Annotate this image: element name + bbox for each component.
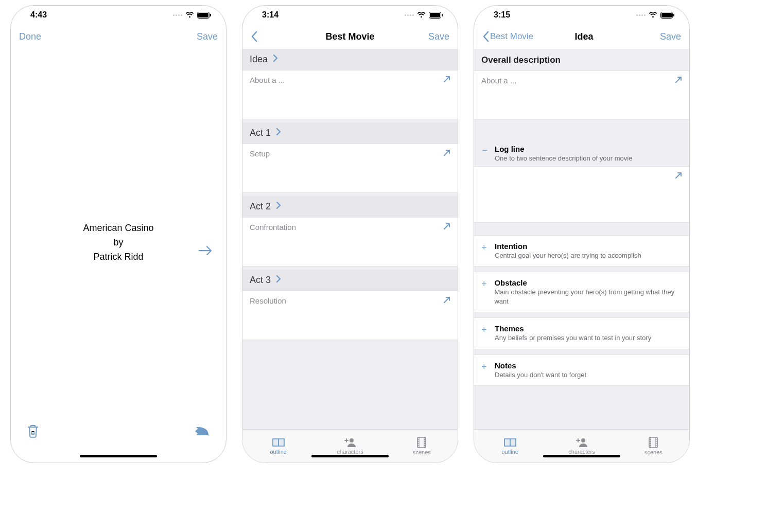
section-textarea-act3[interactable]: Resolution <box>242 291 458 340</box>
row-notes[interactable]: + Notes Details you don't want to forget <box>474 354 689 386</box>
tab-scenes[interactable]: scenes <box>618 430 689 463</box>
tab-scenes[interactable]: scenes <box>386 430 458 463</box>
home-indicator <box>80 455 157 457</box>
expand-plus-icon[interactable]: + <box>481 325 489 334</box>
section-textarea-idea[interactable]: About a ... <box>242 70 458 119</box>
section-label: Act 3 <box>250 275 271 286</box>
expand-icon[interactable] <box>442 75 451 86</box>
title-card[interactable]: American Casino by Patrick Ridd <box>11 221 226 264</box>
svg-rect-12 <box>673 14 674 16</box>
chevron-right-icon <box>273 54 278 65</box>
chevron-right-icon <box>276 128 281 138</box>
back-button[interactable] <box>251 31 258 42</box>
section-textarea-act1[interactable]: Setup <box>242 144 458 193</box>
idea-scroll[interactable]: Overall description About a ... − Log li… <box>474 49 689 429</box>
tab-label: scenes <box>413 449 431 455</box>
placeholder-text: Resolution <box>250 296 286 305</box>
outline-scroll[interactable]: Idea About a ... Act 1 Setup Act 2 <box>242 49 458 429</box>
wifi-icon <box>185 12 194 18</box>
overall-description-label: Overall description <box>474 49 689 70</box>
expand-icon[interactable] <box>442 148 451 159</box>
svg-rect-6 <box>442 14 443 16</box>
navbar: Best Movie Idea Save <box>474 24 689 49</box>
screen-outline: 3:14 Best Movie Save Idea About a ... <box>242 5 458 463</box>
row-desc: Details you don't want to forget <box>495 370 586 380</box>
logline-textarea[interactable] <box>474 166 689 223</box>
done-button[interactable]: Done <box>19 31 41 42</box>
outline-body: Idea About a ... Act 1 Setup Act 2 <box>242 49 458 463</box>
tab-outline[interactable]: outline <box>242 430 314 463</box>
svg-rect-11 <box>661 13 672 17</box>
status-time: 4:43 <box>30 10 47 20</box>
chevron-right-icon <box>276 275 281 286</box>
section-label: Act 1 <box>250 128 271 138</box>
trash-button[interactable] <box>26 423 40 441</box>
cellular-icon <box>636 14 646 16</box>
placeholder-text: About a ... <box>250 76 285 84</box>
screen-title-page: 4:43 Done Save American Casino by Patric… <box>10 5 226 463</box>
tab-label: characters <box>337 449 363 455</box>
section-header-act1[interactable]: Act 1 <box>242 122 458 144</box>
expand-plus-icon[interactable]: + <box>481 243 489 252</box>
tab-characters[interactable]: characters <box>314 430 386 463</box>
navbar: Best Movie Save <box>242 24 458 49</box>
row-desc: Central goal your hero(s) are trying to … <box>495 251 641 260</box>
status-indicators <box>636 12 675 19</box>
svg-rect-5 <box>430 13 440 17</box>
status-indicators <box>173 12 212 19</box>
logline-title: Log line <box>495 145 632 153</box>
save-button[interactable]: Save <box>197 31 218 42</box>
back-label: Best Movie <box>490 31 533 42</box>
row-themes[interactable]: + Themes Any beliefs or premises you wan… <box>474 317 689 349</box>
back-button[interactable]: Best Movie <box>482 31 533 42</box>
status-bar: 4:43 <box>11 6 226 24</box>
row-desc: Main obstacle preventing your hero(s) fr… <box>494 288 682 306</box>
nav-title: Best Movie <box>297 31 403 42</box>
chevron-right-icon <box>276 201 281 212</box>
placeholder-text: Confrontation <box>250 223 296 232</box>
section-header-idea[interactable]: Idea <box>242 49 458 70</box>
expand-icon[interactable] <box>442 222 451 233</box>
cellular-icon <box>173 14 182 16</box>
row-title: Themes <box>495 324 651 333</box>
navbar: Done Save <box>11 24 226 49</box>
section-header-act2[interactable]: Act 2 <box>242 196 458 217</box>
tab-outline[interactable]: outline <box>474 430 546 463</box>
row-intention[interactable]: + Intention Central goal your hero(s) ar… <box>474 235 689 267</box>
title-page-body: American Casino by Patrick Ridd <box>11 49 226 463</box>
save-button[interactable]: Save <box>428 31 449 42</box>
row-obstacle[interactable]: + Obstacle Main obstacle preventing your… <box>474 272 689 312</box>
overall-description-textarea[interactable]: About a ... <box>474 70 689 120</box>
battery-icon <box>197 12 212 19</box>
section-label: Act 2 <box>250 201 271 212</box>
idea-body: Overall description About a ... − Log li… <box>474 49 689 463</box>
logline-header[interactable]: − Log line One to two sentence descripti… <box>474 138 689 165</box>
tab-label: outline <box>501 449 518 455</box>
row-title: Obstacle <box>494 278 682 287</box>
svg-rect-2 <box>210 14 211 16</box>
tab-bar: outline characters scenes <box>242 429 458 463</box>
save-button[interactable]: Save <box>660 31 681 42</box>
wifi-icon <box>649 12 657 18</box>
svg-rect-1 <box>198 13 208 17</box>
collapse-icon[interactable]: − <box>481 146 489 155</box>
section-textarea-act2[interactable]: Confrontation <box>242 217 458 267</box>
logline-desc: One to two sentence description of your … <box>495 154 632 163</box>
expand-plus-icon[interactable]: + <box>481 362 489 371</box>
share-reply-button[interactable] <box>193 424 211 440</box>
expand-plus-icon[interactable]: + <box>481 279 488 289</box>
tab-bar: outline characters scenes <box>474 429 689 463</box>
expand-icon[interactable] <box>674 75 683 86</box>
status-time: 3:15 <box>494 10 510 20</box>
expand-icon[interactable] <box>674 171 683 182</box>
forward-arrow-button[interactable] <box>198 245 213 258</box>
status-indicators <box>405 12 443 19</box>
section-header-act3[interactable]: Act 3 <box>242 270 458 291</box>
expand-icon[interactable] <box>442 295 451 307</box>
svg-point-8 <box>350 438 354 442</box>
tab-label: outline <box>270 449 286 455</box>
tab-characters[interactable]: characters <box>546 430 617 463</box>
placeholder-text: About a ... <box>481 76 516 85</box>
status-bar: 3:15 <box>474 6 689 24</box>
cellular-icon <box>405 14 414 16</box>
